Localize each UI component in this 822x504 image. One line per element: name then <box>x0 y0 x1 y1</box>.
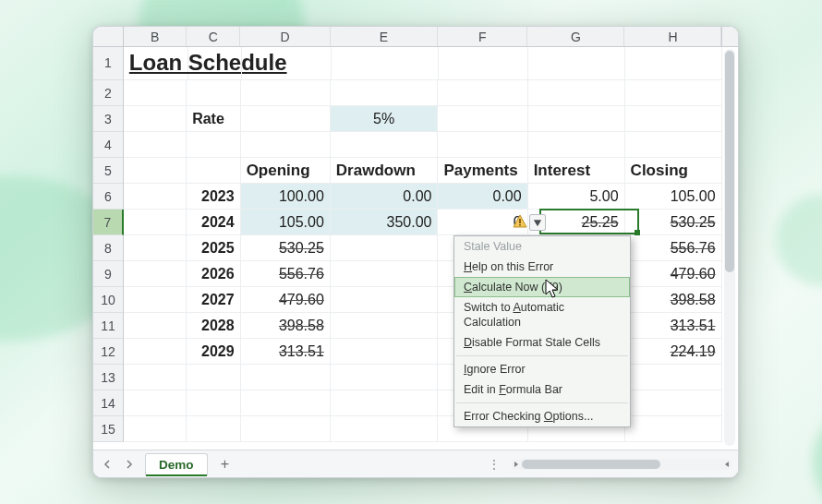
cell-G3[interactable] <box>528 106 625 132</box>
cell-C8[interactable]: 2025 <box>187 235 241 261</box>
cell-H3[interactable] <box>625 106 722 132</box>
cell-D14[interactable] <box>241 390 331 416</box>
cell-D12[interactable]: 313.51 <box>241 339 331 365</box>
cell-B10[interactable] <box>124 287 187 313</box>
column-header-B[interactable]: B <box>124 27 187 46</box>
column-header-E[interactable]: E <box>331 27 439 46</box>
select-all-corner[interactable] <box>93 27 124 46</box>
cell-G4[interactable] <box>528 132 625 158</box>
cell-E15[interactable] <box>331 416 439 442</box>
cell-D4[interactable] <box>241 132 331 158</box>
column-header-F[interactable]: F <box>438 27 527 46</box>
cell-C10[interactable]: 2027 <box>187 287 241 313</box>
cell-F5[interactable]: Payments <box>438 158 527 184</box>
cell-H9[interactable]: 479.60 <box>625 261 722 287</box>
cell-E2[interactable] <box>331 80 439 106</box>
tab-prev-icon[interactable] <box>99 455 117 474</box>
cell-F6[interactable]: 0.00 <box>438 184 527 210</box>
column-header-row[interactable]: BCDEFGH <box>93 27 738 47</box>
cell-E13[interactable] <box>331 365 439 390</box>
cell-F2[interactable] <box>438 80 527 106</box>
cell-C11[interactable]: 2028 <box>187 313 241 339</box>
row-header-11[interactable]: 11 <box>93 313 124 339</box>
cell-H11[interactable]: 313.51 <box>625 313 722 339</box>
cell-E12[interactable] <box>331 339 439 365</box>
cell-B9[interactable] <box>124 261 187 287</box>
cell-C3[interactable]: Rate <box>187 106 241 132</box>
cell-E7[interactable]: 350.00 <box>331 210 439 235</box>
cell-F4[interactable] <box>438 132 527 158</box>
column-header-G[interactable]: G <box>527 27 624 46</box>
row-header-13[interactable]: 13 <box>93 365 124 390</box>
cell-H4[interactable] <box>625 132 722 158</box>
row-header-2[interactable]: 2 <box>93 80 124 106</box>
cell-H7[interactable]: 530.25 <box>625 210 722 235</box>
cell-C15[interactable] <box>187 416 241 442</box>
menu-item[interactable]: Error Checking Options... <box>454 406 630 426</box>
cell-E5[interactable]: Drawdown <box>331 158 439 184</box>
horizontal-scroll-thumb[interactable] <box>522 460 660 469</box>
cell-H12[interactable]: 224.19 <box>625 339 722 365</box>
cell-H13[interactable] <box>625 365 722 390</box>
cell-C5[interactable] <box>187 158 241 184</box>
row-header-12[interactable]: 12 <box>93 339 124 365</box>
cell-H5[interactable]: Closing <box>625 158 722 184</box>
cell-D1[interactable] <box>242 47 332 80</box>
cell-D11[interactable]: 398.58 <box>241 313 331 339</box>
cell-B4[interactable] <box>124 132 187 158</box>
menu-item[interactable]: Disable Format Stale Cells <box>454 332 630 353</box>
hscroll-right-icon[interactable] <box>722 460 731 469</box>
menu-item[interactable]: Switch to Automatic Calculation <box>454 297 630 332</box>
cell-C12[interactable]: 2029 <box>187 339 241 365</box>
cell-H1[interactable] <box>625 47 722 80</box>
row-header-3[interactable]: 3 <box>93 106 124 132</box>
cell-B14[interactable] <box>124 390 187 416</box>
sheet-options-icon[interactable]: ⋮ <box>488 457 503 472</box>
cell-C7[interactable]: 2024 <box>187 210 241 235</box>
row-header-8[interactable]: 8 <box>93 235 124 261</box>
cell-H6[interactable]: 105.00 <box>625 184 722 210</box>
cell-D13[interactable] <box>241 365 331 390</box>
cell-B12[interactable] <box>124 339 187 365</box>
cell-C13[interactable] <box>187 365 241 390</box>
cell-B3[interactable] <box>124 106 187 132</box>
cell-E14[interactable] <box>331 390 439 416</box>
column-header-H[interactable]: H <box>624 27 721 46</box>
cell-E6[interactable]: 0.00 <box>331 184 439 210</box>
cell-B13[interactable] <box>124 365 187 390</box>
grid-area[interactable]: BCDEFGH 1Loan Schedule23Rate5%45OpeningD… <box>93 27 738 450</box>
cell-D9[interactable]: 556.76 <box>241 261 331 287</box>
row-header-4[interactable]: 4 <box>93 132 124 158</box>
cell-B1[interactable]: Loan Schedule <box>124 47 188 80</box>
cell-D15[interactable] <box>241 416 331 442</box>
cell-E8[interactable] <box>331 235 439 261</box>
row-header-6[interactable]: 6 <box>93 184 124 210</box>
cell-D8[interactable]: 530.25 <box>241 235 331 261</box>
cell-H10[interactable]: 398.58 <box>625 287 722 313</box>
add-sheet-button[interactable]: + <box>215 456 236 473</box>
cell-C2[interactable] <box>187 80 241 106</box>
cell-D5[interactable]: Opening <box>241 158 331 184</box>
horizontal-scrollbar[interactable] <box>511 459 732 470</box>
cell-G5[interactable]: Interest <box>528 158 625 184</box>
cell-B11[interactable] <box>124 313 187 339</box>
cell-H8[interactable]: 556.76 <box>625 235 722 261</box>
vertical-scroll-thumb[interactable] <box>725 51 734 272</box>
column-header-D[interactable]: D <box>240 27 330 46</box>
menu-item[interactable]: Calculate Now (F9) <box>454 277 630 297</box>
cell-E11[interactable] <box>331 313 439 339</box>
cell-E1[interactable] <box>332 47 439 80</box>
cell-E9[interactable] <box>331 261 439 287</box>
cell-F1[interactable] <box>439 47 528 80</box>
cell-D2[interactable] <box>241 80 331 106</box>
cell-B2[interactable] <box>124 80 187 106</box>
cell-C14[interactable] <box>187 390 241 416</box>
cell-B6[interactable] <box>124 184 187 210</box>
cell-D3[interactable] <box>241 106 331 132</box>
row-header-10[interactable]: 10 <box>93 287 124 313</box>
cell-C9[interactable]: 2026 <box>187 261 241 287</box>
cell-D6[interactable]: 100.00 <box>241 184 331 210</box>
cell-H15[interactable] <box>625 416 722 442</box>
hscroll-left-icon[interactable] <box>512 460 521 469</box>
cell-G1[interactable] <box>528 47 625 80</box>
